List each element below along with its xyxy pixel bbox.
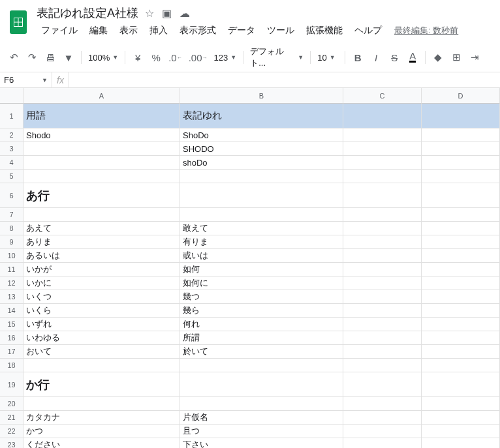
cell[interactable] [343,425,422,438]
cell[interactable] [343,104,422,128]
cell[interactable]: あ行 [23,183,180,208]
cell[interactable]: 敢えて [180,222,343,235]
cell[interactable]: いくつ [23,290,180,304]
cell[interactable]: 片仮名 [180,411,343,425]
cell[interactable] [343,411,422,425]
menu-表示形式[interactable]: 表示形式 [175,22,221,39]
cell[interactable] [180,170,343,183]
cell[interactable]: ありま [23,235,180,249]
cell[interactable] [422,235,500,249]
cell[interactable] [180,183,343,208]
font-size-dropdown[interactable]: 10▼ [315,53,341,63]
cell[interactable] [422,276,500,290]
cell[interactable] [422,222,500,235]
row-header[interactable]: 5 [0,170,23,183]
strikethrough-button[interactable]: S [386,49,403,66]
cell[interactable]: 如何 [180,263,343,276]
menu-ファイル[interactable]: ファイル [37,22,82,39]
last-edit-link[interactable]: 最終編集: 数秒前 [394,25,458,37]
redo-button[interactable]: ↷ [23,49,40,66]
more-formats-dropdown[interactable]: 123▼ [211,53,240,63]
star-icon[interactable]: ☆ [145,7,154,20]
cell[interactable] [343,142,422,156]
row-header[interactable]: 1 [0,104,23,128]
cell[interactable]: ください [23,438,180,448]
font-dropdown[interactable]: デフォルト...▼ [247,46,306,69]
row-header[interactable]: 11 [0,263,23,276]
cell[interactable] [23,142,180,156]
cell[interactable] [343,318,422,331]
cell[interactable] [343,331,422,345]
cell[interactable] [23,156,180,170]
merge-button[interactable]: ⇥ [466,49,483,66]
column-header-D[interactable]: D [422,88,500,104]
increase-decimal-button[interactable]: .00→ [186,49,210,66]
cell[interactable] [422,263,500,276]
cell[interactable] [422,372,500,397]
cell[interactable]: 何れ [180,318,343,331]
cell[interactable] [343,235,422,249]
cell[interactable] [23,208,180,222]
cell[interactable]: SHODO [180,142,343,156]
cell[interactable] [343,170,422,183]
cell[interactable]: いわゆる [23,331,180,345]
cell[interactable] [343,345,422,359]
menu-ツール[interactable]: ツール [262,22,299,39]
sheets-logo[interactable] [5,9,31,35]
menu-編集[interactable]: 編集 [85,22,112,39]
row-header[interactable]: 13 [0,290,23,304]
row-header[interactable]: 18 [0,359,23,372]
cell[interactable] [422,304,500,318]
cell[interactable]: か行 [23,372,180,397]
row-header[interactable]: 3 [0,142,23,156]
cell[interactable] [23,170,180,183]
cell[interactable]: おいて [23,345,180,359]
row-header[interactable]: 4 [0,156,23,170]
cell[interactable] [343,372,422,397]
cloud-icon[interactable]: ☁ [180,7,190,20]
borders-button[interactable]: ⊞ [448,49,465,66]
document-title[interactable]: 表記ゆれ設定A社様 [37,5,138,21]
cell[interactable]: 用語 [23,104,180,128]
row-header[interactable]: 16 [0,331,23,345]
cell[interactable] [180,359,343,372]
currency-button[interactable]: ¥ [129,49,146,66]
column-header-A[interactable]: A [23,88,180,104]
cell[interactable] [23,359,180,372]
cell[interactable] [422,170,500,183]
menu-ヘルプ[interactable]: ヘルプ [350,22,386,39]
column-header-C[interactable]: C [343,88,422,104]
cell[interactable] [343,304,422,318]
fill-color-button[interactable]: ◆ [430,49,446,66]
select-all-corner[interactable] [0,88,23,104]
cell[interactable] [343,397,422,411]
cell[interactable] [422,411,500,425]
row-header[interactable]: 2 [0,128,23,142]
cell[interactable] [422,397,500,411]
cell[interactable] [422,345,500,359]
cell[interactable]: 或いは [180,249,343,263]
cell[interactable]: ShoDo [180,128,343,142]
cell[interactable]: 幾ら [180,304,343,318]
cell[interactable]: Shodo [23,128,180,142]
cell[interactable] [422,183,500,208]
row-header[interactable]: 22 [0,425,23,438]
cell[interactable] [343,276,422,290]
row-header[interactable]: 9 [0,235,23,249]
move-icon[interactable]: ▣ [162,7,172,20]
menu-挿入[interactable]: 挿入 [145,22,172,39]
cell[interactable] [422,318,500,331]
row-header[interactable]: 17 [0,345,23,359]
row-header[interactable]: 21 [0,411,23,425]
cell[interactable]: 於いて [180,345,343,359]
menu-拡張機能[interactable]: 拡張機能 [302,22,347,39]
row-header[interactable]: 19 [0,372,23,397]
cell[interactable] [343,208,422,222]
cell[interactable]: 幾つ [180,290,343,304]
column-header-B[interactable]: B [180,88,343,104]
cell[interactable]: いかに [23,276,180,290]
cell[interactable] [180,372,343,397]
cell[interactable] [343,156,422,170]
text-color-button[interactable]: A [404,49,421,66]
zoom-dropdown[interactable]: 100%▼ [86,53,121,63]
